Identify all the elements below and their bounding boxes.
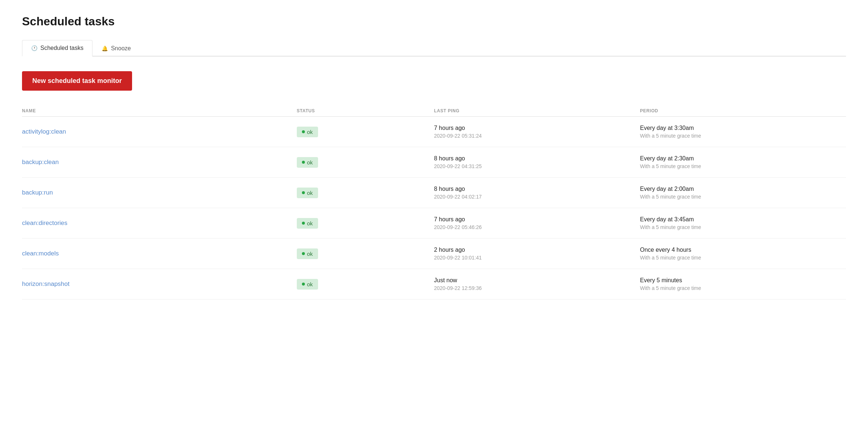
task-last-ping-cell: 8 hours ago 2020-09-22 04:02:17 — [434, 186, 640, 200]
period-main: Every 5 minutes — [640, 277, 846, 284]
task-status-cell: ok — [297, 279, 434, 290]
period-sub: With a 5 minute grace time — [640, 194, 846, 200]
last-ping-relative: 8 hours ago — [434, 186, 640, 192]
last-ping-relative: Just now — [434, 277, 640, 284]
page-container: Scheduled tasks 🕐 Scheduled tasks 🔔 Snoo… — [0, 0, 868, 314]
status-dot — [302, 283, 305, 286]
tasks-table: NAME STATUS LAST PING PERIOD activitylog… — [22, 105, 846, 299]
task-status-cell: ok — [297, 157, 434, 168]
period-sub: With a 5 minute grace time — [640, 255, 846, 261]
task-period-cell: Every day at 3:30am With a 5 minute grac… — [640, 125, 846, 139]
task-period-cell: Once every 4 hours With a 5 minute grace… — [640, 247, 846, 261]
task-status-cell: ok — [297, 188, 434, 198]
status-dot — [302, 191, 305, 194]
new-monitor-button[interactable]: New scheduled task monitor — [22, 71, 132, 91]
period-main: Once every 4 hours — [640, 247, 846, 253]
last-ping-relative: 7 hours ago — [434, 125, 640, 131]
task-name-cell: clean:directories — [22, 219, 297, 227]
status-badge: ok — [297, 218, 318, 229]
task-last-ping-cell: 7 hours ago 2020-09-22 05:46:26 — [434, 216, 640, 230]
table-row: activitylog:clean ok 7 hours ago 2020-09… — [22, 117, 846, 147]
task-name-cell: horizon:snapshot — [22, 280, 297, 288]
table-row: backup:clean ok 8 hours ago 2020-09-22 0… — [22, 147, 846, 178]
task-last-ping-cell: Just now 2020-09-22 12:59:36 — [434, 277, 640, 291]
table-header: NAME STATUS LAST PING PERIOD — [22, 105, 846, 117]
period-main: Every day at 3:30am — [640, 125, 846, 131]
status-badge: ok — [297, 279, 318, 290]
task-name-link[interactable]: backup:run — [22, 189, 53, 196]
header-last-ping: LAST PING — [434, 108, 640, 113]
header-name: NAME — [22, 108, 297, 113]
status-label: ok — [307, 281, 313, 287]
status-label: ok — [307, 251, 313, 257]
task-status-cell: ok — [297, 248, 434, 259]
clock-icon: 🕐 — [31, 45, 37, 51]
task-name-link[interactable]: backup:clean — [22, 159, 59, 166]
status-label: ok — [307, 159, 313, 166]
task-name-cell: backup:clean — [22, 159, 297, 166]
tab-snooze-label: Snooze — [111, 45, 131, 52]
last-ping-relative: 2 hours ago — [434, 247, 640, 253]
task-name-link[interactable]: clean:directories — [22, 219, 68, 226]
header-status: STATUS — [297, 108, 434, 113]
header-period: PERIOD — [640, 108, 846, 113]
status-dot — [302, 222, 305, 225]
table-row: backup:run ok 8 hours ago 2020-09-22 04:… — [22, 178, 846, 208]
task-name-cell: clean:models — [22, 250, 297, 257]
status-badge: ok — [297, 188, 318, 198]
tab-snooze[interactable]: 🔔 Snooze — [92, 40, 140, 57]
table-body: activitylog:clean ok 7 hours ago 2020-09… — [22, 117, 846, 299]
page-title: Scheduled tasks — [22, 15, 846, 28]
period-main: Every day at 2:00am — [640, 186, 846, 192]
tabs-container: 🕐 Scheduled tasks 🔔 Snooze — [22, 39, 846, 57]
task-last-ping-cell: 7 hours ago 2020-09-22 05:31:24 — [434, 125, 640, 139]
period-main: Every day at 2:30am — [640, 155, 846, 162]
task-status-cell: ok — [297, 218, 434, 229]
period-main: Every day at 3:45am — [640, 216, 846, 223]
status-badge: ok — [297, 248, 318, 259]
last-ping-absolute: 2020-09-22 05:46:26 — [434, 224, 640, 230]
status-badge: ok — [297, 157, 318, 168]
period-sub: With a 5 minute grace time — [640, 285, 846, 291]
task-period-cell: Every day at 2:00am With a 5 minute grac… — [640, 186, 846, 200]
table-row: clean:models ok 2 hours ago 2020-09-22 1… — [22, 239, 846, 269]
period-sub: With a 5 minute grace time — [640, 163, 846, 169]
status-label: ok — [307, 190, 313, 196]
table-row: clean:directories ok 7 hours ago 2020-09… — [22, 208, 846, 239]
task-name-link[interactable]: activitylog:clean — [22, 128, 66, 135]
task-name-cell: activitylog:clean — [22, 128, 297, 135]
task-last-ping-cell: 8 hours ago 2020-09-22 04:31:25 — [434, 155, 640, 169]
last-ping-absolute: 2020-09-22 04:02:17 — [434, 194, 640, 200]
last-ping-absolute: 2020-09-22 12:59:36 — [434, 285, 640, 291]
last-ping-relative: 8 hours ago — [434, 155, 640, 162]
last-ping-absolute: 2020-09-22 10:01:41 — [434, 255, 640, 261]
period-sub: With a 5 minute grace time — [640, 224, 846, 230]
task-period-cell: Every day at 3:45am With a 5 minute grac… — [640, 216, 846, 230]
tab-scheduled-tasks[interactable]: 🕐 Scheduled tasks — [22, 40, 92, 57]
period-sub: With a 5 minute grace time — [640, 133, 846, 139]
status-badge: ok — [297, 127, 318, 137]
task-status-cell: ok — [297, 127, 434, 137]
task-name-link[interactable]: horizon:snapshot — [22, 280, 69, 287]
tab-scheduled-tasks-label: Scheduled tasks — [40, 45, 83, 51]
last-ping-absolute: 2020-09-22 05:31:24 — [434, 133, 640, 139]
task-last-ping-cell: 2 hours ago 2020-09-22 10:01:41 — [434, 247, 640, 261]
status-dot — [302, 252, 305, 255]
task-period-cell: Every 5 minutes With a 5 minute grace ti… — [640, 277, 846, 291]
task-period-cell: Every day at 2:30am With a 5 minute grac… — [640, 155, 846, 169]
status-label: ok — [307, 129, 313, 135]
status-dot — [302, 130, 305, 133]
task-name-cell: backup:run — [22, 189, 297, 196]
last-ping-absolute: 2020-09-22 04:31:25 — [434, 163, 640, 169]
task-name-link[interactable]: clean:models — [22, 250, 59, 257]
status-dot — [302, 161, 305, 164]
table-row: horizon:snapshot ok Just now 2020-09-22 … — [22, 269, 846, 299]
status-label: ok — [307, 220, 313, 226]
snooze-icon: 🔔 — [102, 46, 108, 51]
last-ping-relative: 7 hours ago — [434, 216, 640, 223]
